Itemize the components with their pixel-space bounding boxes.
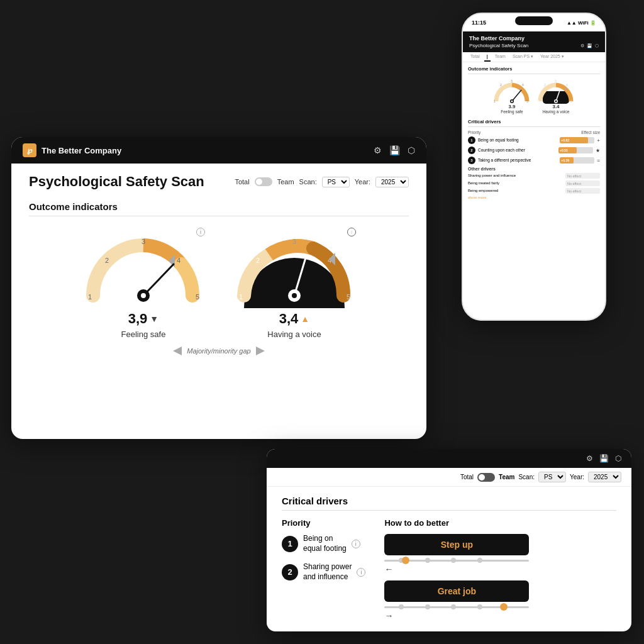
- toolbar: Total Team Scan: PS Year: 2025: [235, 177, 409, 187]
- phone-tab-team[interactable]: |: [484, 52, 491, 62]
- ts-scan-select[interactable]: PS: [538, 472, 566, 482]
- trend-up-icon: ▲: [301, 314, 309, 324]
- ts-arrow-1: ←: [384, 564, 616, 574]
- svg-line-6: [143, 264, 174, 296]
- tablet-secondary: ⚙ 💾 ⬡ Total Team Scan: PS Year: 2025 Cri…: [267, 449, 631, 631]
- ts-info-icon-2[interactable]: i: [357, 568, 365, 577]
- phone-gauge-label-1: Feeling safe: [501, 109, 523, 114]
- svg-text:4: 4: [566, 83, 568, 87]
- ts-how-item-2: Great job →: [384, 580, 616, 621]
- phone-content: Outcome indicators 1 2 3 4 5 3.9: [463, 62, 605, 205]
- phone-gauge-label-2: Having a voice: [543, 109, 570, 114]
- phone-symbol-2: ★: [596, 148, 600, 153]
- phone-other-title: Other drivers: [468, 167, 600, 171]
- svg-text:1: 1: [239, 293, 243, 301]
- svg-text:3: 3: [292, 238, 296, 245]
- company-name: The Better Company: [42, 146, 121, 155]
- phone-gauges: 1 2 3 4 5 3.9 Feeling safe: [468, 77, 600, 114]
- phone-other-row-3: Being empowered No effect: [468, 188, 600, 194]
- phone-show-more[interactable]: show more: [468, 196, 600, 199]
- phone-tab-scan[interactable]: Team: [492, 52, 508, 62]
- svg-line-23: [512, 90, 521, 101]
- ts-dot-track-1: [384, 560, 529, 562]
- phone-sub-row: Psychological Safety Scan ⚙ 💾 ⬡: [469, 43, 599, 48]
- gauge-feeling-safe: 1 2 3 4 5 i: [80, 226, 206, 339]
- ts-score-dots-2: [384, 604, 529, 609]
- ts-score-bar-1: Step up: [384, 534, 529, 555]
- phone-notch-pill: [515, 16, 553, 25]
- gauge-svg-having-voice: 1 2 3 4 5 i: [231, 226, 357, 308]
- gauge-value-having-voice: 3,4 ▲: [279, 311, 309, 327]
- page-title-row: Psychological Safety Scan Total Team Sca…: [29, 174, 409, 190]
- phone-drivers: Critical drivers Priority Effect size 1 …: [468, 119, 600, 164]
- ts-export-icon[interactable]: ⬡: [615, 454, 621, 463]
- ts-info-icon-1[interactable]: i: [352, 540, 360, 548]
- phone-gauge-val-1: 3.9: [508, 104, 515, 109]
- phone-settings-icon[interactable]: ⚙: [580, 43, 584, 48]
- ts-score-dots-1: [384, 558, 529, 563]
- phone-bar-label-1: +0.82: [561, 138, 569, 142]
- svg-point-8: [141, 293, 146, 298]
- scan-label: Scan:: [299, 178, 317, 186]
- export-icon[interactable]: ⬡: [408, 145, 415, 155]
- ts-year-label: Year:: [570, 474, 584, 480]
- company-logo: ℘ The Better Company: [23, 143, 121, 157]
- phone-scan-title: Psychological Safety Scan: [469, 43, 528, 48]
- year-select[interactable]: 2025: [375, 177, 409, 187]
- ts-cols: Priority 1 Being on equal footing i 2 Sh…: [282, 518, 616, 627]
- phone-time: 11:15: [472, 19, 486, 26]
- phone-driver-1: 1 Being on equal footing +0.82 +: [468, 136, 600, 144]
- phone-bar-3: +0.39: [560, 157, 594, 164]
- phone-no-effect-1: No effect: [567, 174, 581, 178]
- trend-down-icon: ▼: [150, 314, 158, 324]
- phone-bar-label-2: +0.53: [560, 148, 568, 152]
- svg-point-35: [555, 101, 557, 103]
- phone-header: The Better Company Psychological Safety …: [463, 31, 605, 52]
- phone-other-drivers: Other drivers Sharing power and influenc…: [468, 167, 600, 199]
- ts-save-icon[interactable]: 💾: [599, 454, 609, 463]
- year-label: Year:: [355, 178, 370, 186]
- ts-col-how: How to do better Step up: [384, 518, 616, 627]
- svg-text:5: 5: [570, 99, 572, 103]
- ts-section-title: Critical drivers: [282, 496, 616, 511]
- phone-symbol-3: =: [597, 158, 600, 164]
- phone-status-icons: ▲▲ WiFi 🔋: [567, 20, 596, 26]
- ts-toggle[interactable]: [477, 473, 495, 482]
- ts-header-icons[interactable]: ⚙ 💾 ⬡: [586, 454, 621, 463]
- phone-critical-title: Critical drivers: [468, 119, 600, 127]
- phone-no-effect-3: No effect: [567, 189, 581, 193]
- ts-settings-icon[interactable]: ⚙: [586, 454, 593, 463]
- phone-save-icon[interactable]: 💾: [587, 43, 592, 48]
- toggle-switch[interactable]: [255, 177, 272, 186]
- tablet-content: Psychological Safety Scan Total Team Sca…: [11, 164, 426, 365]
- gauges-row: 1 2 3 4 5 i: [29, 226, 409, 339]
- phone-tab-scan-val[interactable]: Scan PS ▾: [510, 52, 536, 62]
- majority-gap-row: Majority/minority gap: [29, 347, 409, 355]
- phone-driver-3: 3 Taking a different perspective +0.39 =: [468, 157, 600, 164]
- phone-driver-text-2: Counting upon each other: [478, 148, 556, 153]
- header-icons[interactable]: ⚙ 💾 ⬡: [374, 145, 415, 155]
- svg-text:1: 1: [494, 99, 496, 103]
- ts-how-item-1: Step up ←: [384, 534, 616, 574]
- svg-text:1: 1: [88, 293, 92, 301]
- svg-text:2: 2: [256, 257, 260, 264]
- save-icon[interactable]: 💾: [389, 145, 400, 155]
- settings-icon[interactable]: ⚙: [374, 145, 382, 155]
- gauge-svg-feeling-safe: 1 2 3 4 5 i: [80, 226, 206, 308]
- gauge-info-icon[interactable]: i: [196, 228, 205, 236]
- ts-how-title: How to do better: [384, 518, 616, 528]
- phone-bar-1: +0.82: [560, 137, 594, 143]
- phone-bar-label-3: +0.39: [561, 158, 569, 162]
- ts-col-priority: Priority 1 Being on equal footing i 2 Sh…: [282, 518, 365, 627]
- phone-tab-total[interactable]: Total: [468, 52, 482, 62]
- phone-tab-year[interactable]: Year 2025 ▾: [538, 52, 567, 62]
- phone-no-effect-2: No effect: [567, 182, 581, 186]
- svg-text:5: 5: [196, 293, 199, 301]
- ts-priority-text-2: Sharing power and influence: [303, 562, 352, 582]
- scan-select[interactable]: PS: [322, 177, 350, 187]
- gap-arrow-right: [256, 347, 265, 355]
- ts-year-select[interactable]: 2025: [588, 472, 621, 482]
- svg-point-17: [292, 293, 297, 298]
- phone-export-icon[interactable]: ⬡: [595, 43, 599, 48]
- phone-company-name: The Better Company: [469, 35, 599, 42]
